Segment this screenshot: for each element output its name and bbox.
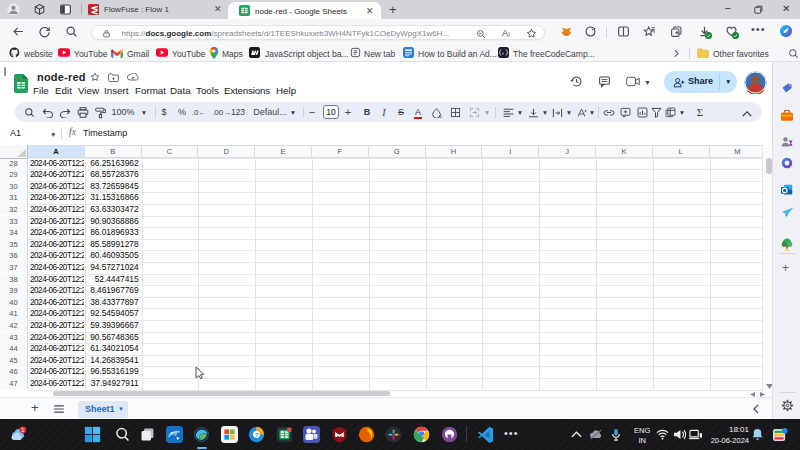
svg-text:my: my bbox=[170, 430, 177, 436]
svg-text:1: 1 bbox=[21, 427, 24, 433]
svg-text:?: ? bbox=[255, 432, 259, 438]
